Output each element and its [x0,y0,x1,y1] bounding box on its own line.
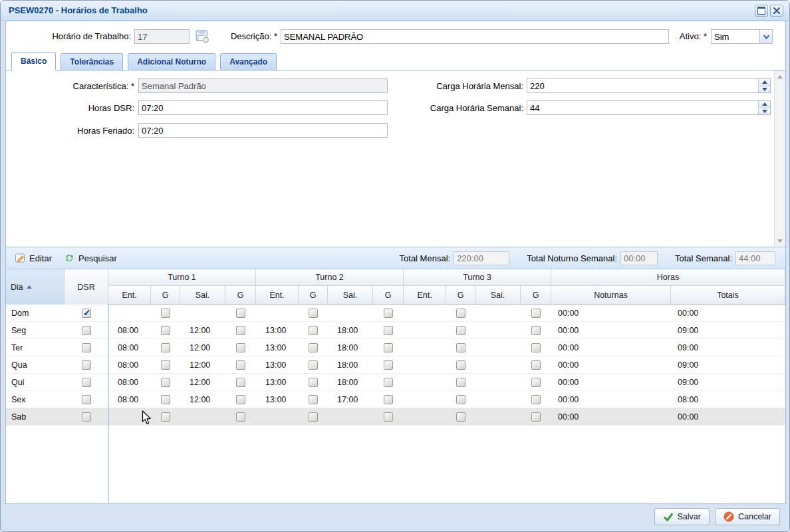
t1_g2-checkbox[interactable] [236,326,245,335]
grid-row-seg[interactable]: Seg08:0012:0013:0018:0000:0009:00 [6,322,785,339]
cell-t1_g2[interactable] [225,339,256,356]
cell-t2_g2[interactable] [373,356,404,373]
grid-row-qua[interactable]: Qua08:0012:0013:0018:0000:0009:00 [6,356,785,374]
tab-basico[interactable]: Básico [11,52,56,70]
ativo-combo-input[interactable] [712,30,759,43]
column-header-t2-ent[interactable]: Ent. [256,286,299,304]
dsr-checkbox[interactable] [82,326,91,335]
cell-t2_g2[interactable] [373,322,404,338]
cell-t2_g[interactable] [299,374,328,390]
t1_g2-checkbox[interactable] [236,309,245,318]
column-header-t3-g[interactable]: G [446,286,475,304]
t1_g-checkbox[interactable] [161,378,170,387]
cell-t3_g[interactable] [446,339,475,356]
ativo-combo[interactable] [711,29,773,44]
t1_g2-checkbox[interactable] [236,343,245,352]
dsr-checkbox[interactable] [82,378,91,387]
t2_g2-checkbox[interactable] [384,343,393,352]
column-header-totais[interactable]: Totais [671,286,785,304]
cell-t2_g[interactable] [299,356,328,373]
carga-semanal-field[interactable] [527,101,758,114]
column-header-t3-ent[interactable]: Ent. [404,286,446,304]
t2_g2-checkbox[interactable] [384,378,393,387]
column-header-t1-sai[interactable]: Sai. [180,286,225,304]
dsr-checkbox[interactable] [82,309,91,318]
cell-t1_g2[interactable] [225,322,256,338]
t1_g2-checkbox[interactable] [236,395,245,404]
cell-t1_g2[interactable] [225,356,256,373]
cell-t2_g[interactable] [299,408,328,425]
grid-row-sex[interactable]: Sex08:0012:0013:0017:0000:0008:00 [6,391,785,408]
t2_g-checkbox[interactable] [309,360,318,370]
column-header-t2-sai[interactable]: Sai. [328,286,373,304]
column-header-t1-ent[interactable]: Ent. [108,286,151,304]
cell-t3_g2[interactable] [521,356,551,373]
cell-t1_g2[interactable] [225,391,256,408]
cell-t3_g[interactable] [446,356,475,373]
tab-avancado[interactable]: Avançado [220,53,277,70]
cell-t2_g2[interactable] [373,374,404,390]
cell-t3_g2[interactable] [521,305,551,321]
grid-row-qui[interactable]: Qui08:0012:0013:0018:0000:0009:00 [6,374,785,391]
spin-down-button[interactable] [759,108,770,115]
t2_g2-checkbox[interactable] [384,326,393,335]
column-header-t2-g[interactable]: G [299,286,328,304]
cell-t3_g2[interactable] [521,374,551,390]
t2_g-checkbox[interactable] [309,378,318,387]
column-header-dsr[interactable]: DSR [65,269,108,305]
cell-t2_g[interactable] [299,322,328,338]
cell-dsr[interactable] [65,322,108,338]
cell-t1_g[interactable] [151,322,180,338]
column-header-t2-g2[interactable]: G [373,286,404,304]
t2_g2-checkbox[interactable] [384,395,393,404]
t2_g-checkbox[interactable] [309,412,318,422]
cell-t2_g2[interactable] [373,391,404,408]
t3_g2-checkbox[interactable] [531,378,541,387]
cell-t3_g[interactable] [446,374,475,390]
save-record-button[interactable] [194,28,210,44]
grid-row-sab[interactable]: Sab00:0000:00 [6,408,785,426]
t1_g-checkbox[interactable] [161,326,170,335]
grid-row-ter[interactable]: Ter08:0012:0013:0018:0000:0009:00 [6,339,785,356]
cell-t2_g[interactable] [299,339,328,356]
t2_g2-checkbox[interactable] [384,309,393,318]
t2_g-checkbox[interactable] [309,326,318,335]
horas-dsr-field[interactable] [138,100,388,115]
scroll-up-button[interactable] [775,71,785,82]
t3_g2-checkbox[interactable] [531,309,541,318]
column-header-t3-sai[interactable]: Sai. [475,286,521,304]
dsr-checkbox[interactable] [82,412,91,422]
t3_g2-checkbox[interactable] [531,326,541,335]
t3_g-checkbox[interactable] [456,343,465,352]
cell-dsr[interactable] [65,356,108,373]
t1_g2-checkbox[interactable] [236,360,245,370]
editar-button[interactable]: Editar [12,251,55,265]
cell-t2_g2[interactable] [373,305,404,321]
cell-t2_g[interactable] [299,391,328,408]
cell-t3_g[interactable] [446,391,475,408]
cell-t1_g[interactable] [151,356,180,373]
t3_g-checkbox[interactable] [456,326,465,335]
dsr-checkbox[interactable] [82,360,91,370]
t2_g2-checkbox[interactable] [384,412,393,422]
t3_g-checkbox[interactable] [456,395,465,404]
t3_g2-checkbox[interactable] [531,395,541,404]
t3_g2-checkbox[interactable] [531,343,541,352]
cell-dsr[interactable] [65,374,108,390]
horas-feriado-field[interactable] [138,123,388,138]
column-header-t3-g2[interactable]: G [521,286,551,304]
t3_g2-checkbox[interactable] [531,412,541,422]
cell-t2_g[interactable] [299,305,328,321]
cell-t2_g2[interactable] [373,408,404,425]
t3_g-checkbox[interactable] [456,360,465,370]
spin-down-button[interactable] [759,86,770,93]
cell-t3_g2[interactable] [521,339,551,356]
column-header-noturnas[interactable]: Noturnas [551,286,671,304]
scroll-down-button[interactable] [775,235,785,246]
cell-dsr[interactable] [65,391,108,408]
cell-t3_g2[interactable] [521,391,551,408]
t1_g2-checkbox[interactable] [236,378,245,387]
cell-t3_g2[interactable] [521,408,551,425]
ativo-combo-trigger[interactable] [759,30,772,43]
cell-t3_g[interactable] [446,408,475,425]
